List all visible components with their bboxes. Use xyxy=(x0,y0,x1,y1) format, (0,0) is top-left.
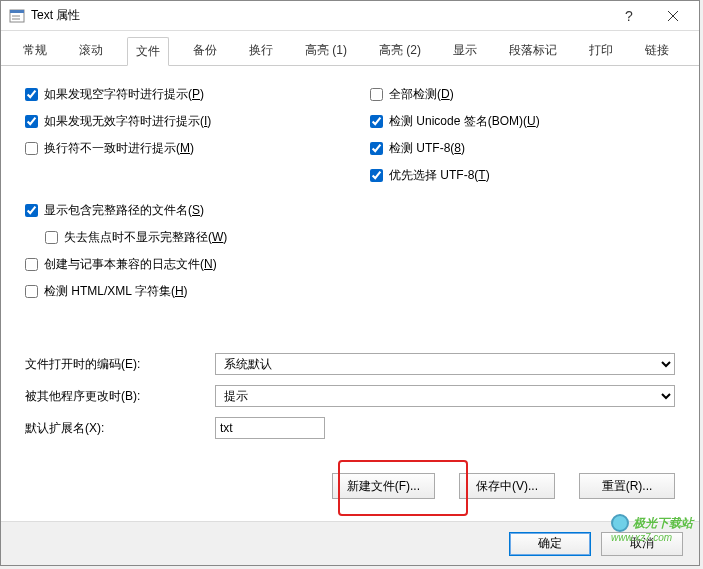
checkbox-input[interactable] xyxy=(25,115,38,128)
tab-7[interactable]: 显示 xyxy=(445,37,485,65)
ok-button[interactable]: 确定 xyxy=(509,532,591,556)
checkbox-item[interactable]: 失去焦点时不显示完整路径(W) xyxy=(45,229,675,246)
dialog-window: Text 属性 ? 常规滚动文件备份换行高亮 (1)高亮 (2)显示段落标记打印… xyxy=(0,0,700,566)
checkbox-input[interactable] xyxy=(370,169,383,182)
checkbox-item[interactable]: 检测 HTML/XML 字符集(H) xyxy=(25,283,675,300)
saving-button[interactable]: 保存中(V)... xyxy=(459,473,555,499)
tab-strip: 常规滚动文件备份换行高亮 (1)高亮 (2)显示段落标记打印链接 xyxy=(1,31,699,66)
checkbox-input[interactable] xyxy=(25,142,38,155)
new-file-button[interactable]: 新建文件(F)... xyxy=(332,473,435,499)
cancel-button[interactable]: 取消 xyxy=(601,532,683,556)
left-column: 如果发现空字符时进行提示(P)如果发现无效字符时进行提示(I)换行符不一致时进行… xyxy=(25,86,330,184)
right-column: 全部检测(D)检测 Unicode 签名(BOM)(U)检测 UTF-8(8)优… xyxy=(370,86,675,184)
svg-rect-1 xyxy=(10,10,24,13)
tab-4[interactable]: 换行 xyxy=(241,37,281,65)
checkbox-input[interactable] xyxy=(25,88,38,101)
tab-1[interactable]: 滚动 xyxy=(71,37,111,65)
ext-row: 默认扩展名(X): xyxy=(25,417,675,439)
close-button[interactable] xyxy=(651,2,695,30)
checkbox-label: 显示包含完整路径的文件名(S) xyxy=(44,202,204,219)
checkbox-label: 全部检测(D) xyxy=(389,86,454,103)
form-rows: 文件打开时的编码(E): 系统默认 被其他程序更改时(B): 提示 默认扩展名(… xyxy=(25,333,675,511)
checkbox-input[interactable] xyxy=(25,258,38,271)
checkbox-label: 优先选择 UTF-8(T) xyxy=(389,167,490,184)
checkbox-item[interactable]: 全部检测(D) xyxy=(370,86,675,103)
lower-checks: 显示包含完整路径的文件名(S)失去焦点时不显示完整路径(W)创建与记事本兼容的日… xyxy=(25,202,675,333)
checkbox-label: 检测 Unicode 签名(BOM)(U) xyxy=(389,113,540,130)
encoding-label: 文件打开时的编码(E): xyxy=(25,356,205,373)
checkbox-input[interactable] xyxy=(45,231,58,244)
app-icon xyxy=(9,8,25,24)
checkbox-item[interactable]: 检测 Unicode 签名(BOM)(U) xyxy=(370,113,675,130)
tab-6[interactable]: 高亮 (2) xyxy=(371,37,429,65)
modified-row: 被其他程序更改时(B): 提示 xyxy=(25,385,675,407)
checkbox-label: 检测 HTML/XML 字符集(H) xyxy=(44,283,188,300)
checkbox-item[interactable]: 优先选择 UTF-8(T) xyxy=(370,167,675,184)
reset-button[interactable]: 重置(R)... xyxy=(579,473,675,499)
checkbox-label: 换行符不一致时进行提示(M) xyxy=(44,140,194,157)
tab-2[interactable]: 文件 xyxy=(127,37,169,66)
tab-9[interactable]: 打印 xyxy=(581,37,621,65)
ext-label: 默认扩展名(X): xyxy=(25,420,205,437)
action-buttons: 新建文件(F)... 保存中(V)... 重置(R)... xyxy=(25,449,675,511)
ext-input[interactable] xyxy=(215,417,325,439)
modified-label: 被其他程序更改时(B): xyxy=(25,388,205,405)
checkbox-columns: 如果发现空字符时进行提示(P)如果发现无效字符时进行提示(I)换行符不一致时进行… xyxy=(25,86,675,184)
tab-8[interactable]: 段落标记 xyxy=(501,37,565,65)
checkbox-label: 如果发现无效字符时进行提示(I) xyxy=(44,113,211,130)
encoding-row: 文件打开时的编码(E): 系统默认 xyxy=(25,353,675,375)
tab-3[interactable]: 备份 xyxy=(185,37,225,65)
checkbox-input[interactable] xyxy=(25,285,38,298)
window-title: Text 属性 xyxy=(31,7,607,24)
titlebar: Text 属性 ? xyxy=(1,1,699,31)
checkbox-label: 检测 UTF-8(8) xyxy=(389,140,465,157)
checkbox-label: 失去焦点时不显示完整路径(W) xyxy=(64,229,227,246)
checkbox-item[interactable]: 检测 UTF-8(8) xyxy=(370,140,675,157)
checkbox-input[interactable] xyxy=(370,115,383,128)
tab-5[interactable]: 高亮 (1) xyxy=(297,37,355,65)
checkbox-item[interactable]: 显示包含完整路径的文件名(S) xyxy=(25,202,675,219)
checkbox-item[interactable]: 如果发现无效字符时进行提示(I) xyxy=(25,113,330,130)
checkbox-item[interactable]: 创建与记事本兼容的日志文件(N) xyxy=(25,256,675,273)
encoding-select[interactable]: 系统默认 xyxy=(215,353,675,375)
checkbox-label: 如果发现空字符时进行提示(P) xyxy=(44,86,204,103)
tab-10[interactable]: 链接 xyxy=(637,37,677,65)
tab-body: 如果发现空字符时进行提示(P)如果发现无效字符时进行提示(I)换行符不一致时进行… xyxy=(1,66,699,521)
checkbox-item[interactable]: 换行符不一致时进行提示(M) xyxy=(25,140,330,157)
help-button[interactable]: ? xyxy=(607,2,651,30)
checkbox-input[interactable] xyxy=(25,204,38,217)
tab-0[interactable]: 常规 xyxy=(15,37,55,65)
modified-select[interactable]: 提示 xyxy=(215,385,675,407)
checkbox-item[interactable]: 如果发现空字符时进行提示(P) xyxy=(25,86,330,103)
dialog-footer: 确定 取消 xyxy=(1,521,699,565)
checkbox-input[interactable] xyxy=(370,88,383,101)
checkbox-input[interactable] xyxy=(370,142,383,155)
checkbox-label: 创建与记事本兼容的日志文件(N) xyxy=(44,256,217,273)
